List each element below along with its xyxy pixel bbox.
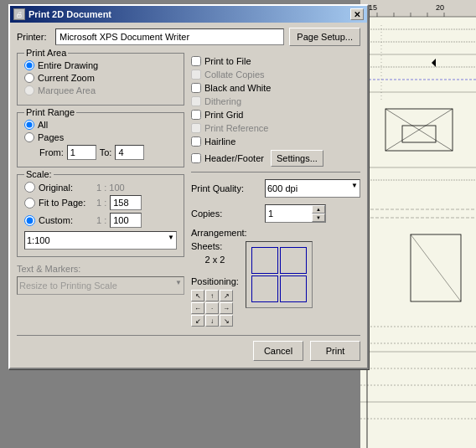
sheet-cell-2: [280, 247, 307, 274]
fittopage-radio[interactable]: [24, 198, 35, 209]
copies-down-button[interactable]: ▼: [312, 214, 325, 222]
dithering-checkbox[interactable]: [191, 96, 201, 106]
to-input[interactable]: [115, 145, 144, 160]
print-reference-label: Print Reference: [204, 123, 268, 133]
title-bar-left: 🖨 Print 2D Document: [13, 8, 111, 20]
svg-marker-23: [432, 59, 436, 67]
to-label: To:: [100, 147, 112, 157]
pages-radio[interactable]: [24, 132, 34, 142]
collate-copies-label: Collate Copies: [204, 70, 265, 80]
original-scale-label: Original:: [39, 183, 93, 193]
copies-row: Copies: ▲ ▼: [191, 204, 360, 223]
pos-c-button[interactable]: ·: [205, 302, 219, 314]
close-button[interactable]: ✕: [350, 8, 364, 20]
quality-select[interactable]: 600 dpi 300 dpi 150 dpi 72 dpi: [265, 179, 360, 198]
sheet-preview: [246, 241, 313, 308]
markers-select-wrapper: Resize to Printing Scale: [17, 276, 184, 295]
svg-rect-18: [402, 126, 436, 142]
from-input[interactable]: [67, 145, 96, 160]
scale-group: Scale: Original: 1 : 100 Fit to Page: 1 …: [17, 174, 184, 257]
black-white-checkbox[interactable]: [191, 83, 201, 93]
scale-select-wrapper: 1:100 1:50 1:200: [24, 231, 177, 250]
black-white-label: Black and White: [204, 83, 271, 93]
printer-field[interactable]: [55, 28, 284, 45]
print-dialog: 🖨 Print 2D Document ✕ Printer: Page Setu…: [8, 4, 369, 369]
pos-l-button[interactable]: ←: [191, 302, 204, 314]
all-radio[interactable]: [24, 120, 34, 130]
print-grid-checkbox[interactable]: [191, 110, 201, 120]
text-markers-label: Text & Markers:: [17, 264, 184, 274]
pos-ul-button[interactable]: ↖: [191, 290, 204, 301]
fittopage-label: Fit to Page:: [39, 198, 93, 208]
entire-drawing-radio[interactable]: [24, 60, 34, 70]
spinner-buttons: ▲ ▼: [312, 205, 325, 222]
svg-rect-0: [360, 0, 476, 17]
svg-text:20: 20: [436, 3, 444, 12]
print-to-file-checkbox[interactable]: [191, 56, 201, 66]
pos-dr-button[interactable]: ↘: [220, 315, 233, 327]
options-checkboxes: Print to File Collate Copies Black and W…: [191, 56, 360, 167]
print-area-group: Print Area Entire Drawing Current Zoom M…: [17, 53, 184, 106]
hairline-checkbox[interactable]: [191, 136, 201, 147]
print-area-label: Print Area: [24, 48, 68, 58]
original-ratio: 1 : 100: [96, 183, 125, 193]
copies-label: Copies:: [191, 209, 258, 219]
sheet-cell-3: [251, 275, 278, 302]
scale-select[interactable]: 1:100 1:50 1:200: [24, 231, 177, 250]
pos-dl-button[interactable]: ↙: [191, 315, 204, 327]
custom-ratio: 1 :: [96, 215, 106, 225]
svg-text:15: 15: [369, 3, 377, 12]
arrangement-label: Arrangement:: [191, 228, 360, 238]
custom-scale-input[interactable]: [110, 213, 142, 228]
pos-d-button[interactable]: ↓: [205, 315, 219, 327]
markers-select[interactable]: Resize to Printing Scale: [17, 276, 184, 295]
custom-scale-radio[interactable]: [24, 215, 35, 226]
print-range-group: Print Range All Pages From: To:: [17, 112, 184, 167]
arrangement-left: Sheets: 2 x 2 Positioning: ↖ ↑ ↗ ←: [191, 241, 239, 327]
marquee-area-radio[interactable]: [24, 85, 34, 95]
pos-r-button[interactable]: →: [220, 302, 233, 314]
copies-up-button[interactable]: ▲: [312, 205, 325, 214]
current-zoom-radio[interactable]: [24, 73, 34, 83]
cancel-button[interactable]: Cancel: [253, 341, 303, 361]
original-scale-radio[interactable]: [24, 182, 35, 193]
from-label: From:: [39, 147, 64, 157]
dialog-icon: 🖨: [13, 8, 25, 20]
marquee-area-label: Marquee Area: [38, 85, 96, 95]
print-to-file-label: Print to File: [204, 56, 251, 66]
positioning-label: Positioning:: [191, 276, 239, 286]
settings-button[interactable]: Settings...: [271, 150, 323, 167]
text-markers-section: Text & Markers: Resize to Printing Scale: [17, 264, 184, 295]
all-label: All: [38, 120, 48, 130]
fittopage-input[interactable]: [110, 195, 142, 210]
arrangement-section: Arrangement: Sheets: 2 x 2 Positioning: …: [191, 228, 360, 327]
header-footer-checkbox[interactable]: [191, 153, 201, 163]
dithering-label: Dithering: [204, 96, 241, 106]
print-reference-checkbox[interactable]: [191, 123, 201, 133]
pos-u-button[interactable]: ↑: [205, 290, 219, 301]
copies-input[interactable]: [266, 205, 312, 222]
print-range-label: Print Range: [24, 107, 76, 117]
print-quality-row: Print Quality: 600 dpi 300 dpi 150 dpi 7…: [191, 179, 360, 198]
custom-scale-label: Custom:: [39, 215, 93, 225]
print-button[interactable]: Print: [310, 341, 360, 361]
copies-spinner: ▲ ▼: [265, 204, 326, 223]
hairline-label: Hairline: [204, 136, 235, 147]
header-footer-label: Header/Footer: [204, 153, 264, 163]
scale-label: Scale:: [24, 169, 54, 179]
page-setup-button[interactable]: Page Setup...: [289, 28, 360, 46]
entire-drawing-label: Entire Drawing: [38, 60, 98, 70]
dialog-title: Print 2D Document: [28, 9, 111, 19]
title-bar: 🖨 Print 2D Document ✕: [10, 6, 367, 23]
sheets-label: Sheets:: [191, 241, 239, 251]
pages-label: Pages: [38, 132, 64, 142]
fittopage-ratio: 1 :: [96, 198, 106, 208]
print-grid-label: Print Grid: [204, 110, 243, 120]
pos-ur-button[interactable]: ↗: [220, 290, 233, 301]
printer-label: Printer:: [17, 32, 50, 42]
sheet-cell-4: [280, 275, 307, 302]
svg-line-28: [411, 234, 461, 301]
sheet-cell-1: [251, 247, 278, 274]
sheets-value: 2 x 2: [191, 255, 239, 265]
collate-copies-checkbox[interactable]: [191, 70, 201, 80]
